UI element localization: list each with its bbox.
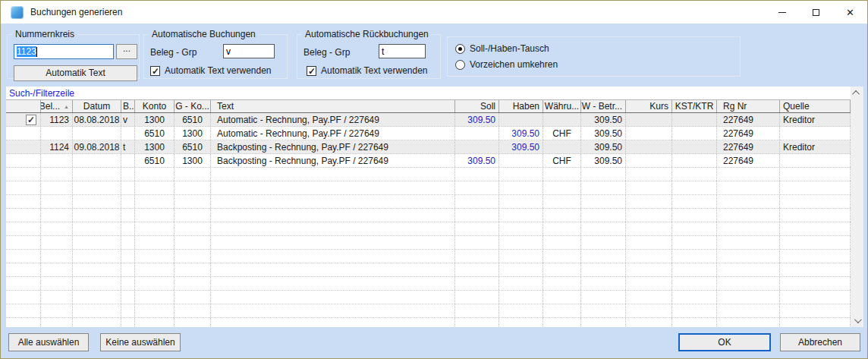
vertical-scrollbar[interactable] xyxy=(851,87,863,327)
cell-rgnr xyxy=(717,195,780,208)
chevron-down-icon xyxy=(854,316,862,323)
table-row[interactable]: 112308.08.2018v13006510Automatic - Rechn… xyxy=(6,113,851,127)
minimize-button[interactable] xyxy=(765,1,799,24)
table-row-empty xyxy=(6,168,851,181)
automatik-text-checkbox-label: Automatik Text verwenden xyxy=(165,65,272,76)
cell-fw xyxy=(581,236,626,249)
search-filter-row[interactable]: Such-/Filterzeile xyxy=(6,87,851,100)
beleg-grp-input[interactable] xyxy=(379,44,426,58)
radio-soll-haben-tausch[interactable] xyxy=(455,44,465,54)
automatik-text-checkbox[interactable] xyxy=(150,66,160,76)
automatik-text-checkbox[interactable] xyxy=(307,66,316,76)
close-button[interactable]: ✕ xyxy=(833,1,867,24)
cell-datum xyxy=(73,263,121,276)
nummernkreis-value: 1123 xyxy=(17,46,36,57)
titlebar[interactable]: Buchungen generieren ✕ xyxy=(1,1,867,24)
scroll-up-button[interactable] xyxy=(851,87,863,99)
cell-bel xyxy=(41,250,73,263)
top-section: Nummernkreis 1123 ... Automatik Text Aut… xyxy=(1,24,867,87)
cell-datum xyxy=(73,181,121,194)
select-none-button[interactable]: Keine auswählen xyxy=(100,333,181,351)
beleg-grp-label: Beleg - Grp xyxy=(150,47,197,58)
cell-kst xyxy=(672,113,717,126)
search-filter-label: Such-/Filterzeile xyxy=(9,88,74,99)
column-header-soll[interactable]: Soll xyxy=(455,100,499,112)
grid-body: 112308.08.2018v13006510Automatic - Rechn… xyxy=(6,113,851,327)
beleg-grp-input[interactable] xyxy=(223,44,275,58)
cell-gko: 1300 xyxy=(175,154,211,167)
cell-check xyxy=(6,154,41,167)
cell-gko: 1300 xyxy=(175,127,211,140)
cell-soll: 309.50 xyxy=(455,113,499,126)
table-row[interactable]: 112409.08.2018t13006510Backposting - Rec… xyxy=(6,140,851,154)
automatik-text-button[interactable]: Automatik Text xyxy=(14,65,137,81)
cell-b: t xyxy=(121,140,135,153)
column-header-datum[interactable]: Datum xyxy=(73,100,121,112)
cell-check xyxy=(6,113,41,126)
cell-konto xyxy=(135,291,175,304)
cell-bel: 1124 xyxy=(41,140,73,153)
cell-soll xyxy=(455,250,499,263)
browse-button[interactable]: ... xyxy=(116,44,137,59)
column-header-kurs[interactable]: Kurs xyxy=(626,100,672,112)
cell-gko xyxy=(175,222,211,235)
cell-datum xyxy=(73,209,121,222)
cell-datum: 08.08.2018 xyxy=(73,113,121,126)
column-header-quelle[interactable]: Quelle xyxy=(780,100,851,112)
row-checkbox[interactable] xyxy=(26,115,36,125)
cell-datum xyxy=(73,304,121,317)
cell-b xyxy=(121,291,135,304)
column-header-b[interactable]: B... xyxy=(121,100,135,112)
column-header-haben[interactable]: Haben xyxy=(499,100,543,112)
column-header-check[interactable] xyxy=(6,100,41,112)
cell-soll xyxy=(455,263,499,276)
cancel-button[interactable]: Abbrechen xyxy=(780,333,860,351)
cell-waehrung xyxy=(543,140,581,153)
column-header-text[interactable]: Text xyxy=(211,100,455,112)
cell-b: v xyxy=(121,113,135,126)
radio-vorzeichen-umkehren[interactable] xyxy=(455,60,465,70)
cell-rgnr xyxy=(717,181,780,194)
cell-rgnr: 227649 xyxy=(717,127,780,140)
cell-kurs xyxy=(626,291,672,304)
table-row-empty xyxy=(6,181,851,195)
cell-konto xyxy=(135,250,175,263)
maximize-button[interactable] xyxy=(799,1,833,24)
table-row-empty xyxy=(6,195,851,209)
table-row-empty xyxy=(6,304,851,318)
cell-gko xyxy=(175,250,211,263)
cell-kst xyxy=(672,195,717,208)
cell-soll xyxy=(455,181,499,194)
table-row[interactable]: 65101300Backposting - Rechnung, Pay.PF /… xyxy=(6,154,851,168)
cell-datum xyxy=(73,277,121,290)
cell-bel xyxy=(41,127,73,140)
cell-fw xyxy=(581,195,626,208)
cell-waehrung xyxy=(543,168,581,181)
cell-kst xyxy=(672,222,717,235)
cell-quelle xyxy=(780,209,851,222)
maximize-icon xyxy=(813,9,819,16)
column-header-waehrung[interactable]: Währu... xyxy=(543,100,581,112)
cell-konto xyxy=(135,209,175,222)
cell-waehrung xyxy=(543,236,581,249)
column-header-fw[interactable]: FW - Betr... xyxy=(581,100,626,112)
table-row[interactable]: 65101300Automatic - Rechnung, Pay.PF / 2… xyxy=(6,127,851,140)
column-header-rgnr[interactable]: Rg Nr xyxy=(717,100,780,112)
cell-text xyxy=(211,250,455,263)
nummernkreis-input[interactable]: 1123 xyxy=(14,44,114,59)
cell-waehrung xyxy=(543,195,581,208)
cell-check xyxy=(6,263,41,276)
ok-button[interactable]: OK xyxy=(678,333,771,351)
cell-kurs xyxy=(626,140,672,153)
column-header-konto[interactable]: Konto xyxy=(135,100,175,112)
cell-fw xyxy=(581,209,626,222)
column-header-gko[interactable]: G - Ko... xyxy=(175,100,211,112)
cell-bel xyxy=(41,154,73,167)
column-header-bel[interactable]: Bel...▲ xyxy=(41,100,73,112)
cell-quelle xyxy=(780,127,851,140)
cell-fw: 309.50 xyxy=(581,140,626,153)
sort-ascending-icon: ▲ xyxy=(64,104,69,109)
cell-quelle xyxy=(780,168,851,181)
column-header-kst[interactable]: KST/KTR xyxy=(672,100,717,112)
select-all-button[interactable]: Alle auswählen xyxy=(8,333,89,351)
